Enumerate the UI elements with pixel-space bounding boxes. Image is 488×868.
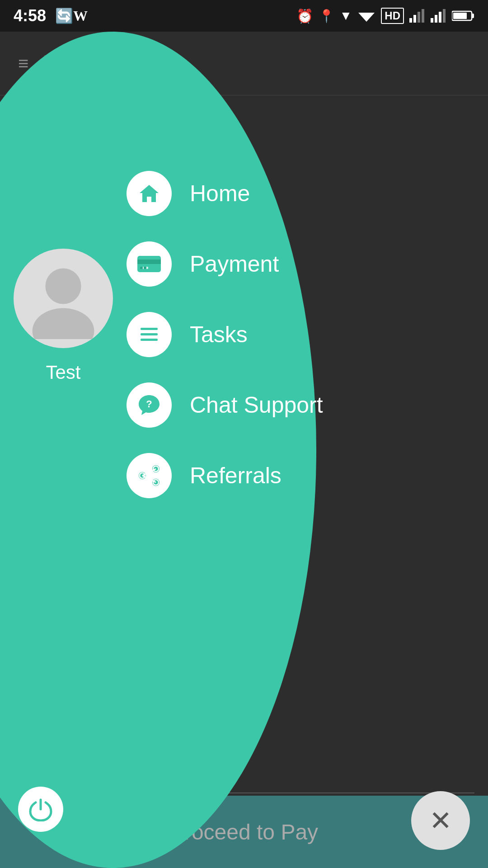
svg-point-12 [45, 268, 81, 304]
chat-question-icon: ? [137, 393, 161, 417]
avatar-silhouette [23, 258, 104, 339]
username-label: Test [46, 362, 80, 383]
svg-point-13 [33, 308, 94, 339]
svg-rect-18 [140, 267, 143, 269]
status-right-icons: ⏰ 📍 ▼ HD [296, 8, 474, 24]
svg-rect-6 [435, 15, 437, 23]
share-icon [137, 463, 161, 488]
sidebar-item-payment[interactable]: Payment [127, 229, 323, 299]
sidebar-item-referrals[interactable]: Referrals [127, 440, 323, 511]
close-button[interactable]: ✕ [411, 791, 470, 850]
user-profile-section: Test [14, 249, 113, 410]
signal-icon-2 [431, 9, 446, 23]
home-label: Home [190, 180, 250, 207]
svg-rect-22 [141, 339, 158, 341]
status-bar: 4:58 🔄 W ⏰ 📍 ▼ HD [0, 0, 488, 32]
status-time: 4:58 [14, 6, 46, 25]
referrals-icon-circle [127, 453, 172, 498]
svg-marker-14 [140, 185, 159, 202]
svg-rect-8 [443, 9, 446, 23]
sidebar-menu: Home Payment Tasks [127, 158, 323, 511]
credit-card-icon [136, 254, 162, 274]
svg-rect-20 [141, 328, 158, 330]
svg-rect-10 [472, 14, 474, 18]
home-icon [138, 182, 160, 205]
sidebar-item-home[interactable]: Home [127, 158, 323, 229]
sidebar-item-tasks[interactable]: Tasks [127, 299, 323, 370]
referrals-label: Referrals [190, 462, 282, 489]
signal-icon-1 [409, 9, 425, 23]
location-icon: 📍 [319, 9, 334, 24]
battery-icon [452, 9, 474, 22]
hd-badge: HD [381, 8, 404, 24]
power-button[interactable] [18, 787, 63, 832]
app-icon-2: W [73, 8, 88, 24]
home-icon-circle [127, 171, 172, 216]
tasks-label: Tasks [190, 321, 248, 348]
svg-rect-2 [413, 15, 416, 23]
svg-rect-19 [144, 267, 146, 269]
svg-rect-4 [422, 9, 424, 23]
tasks-icon [138, 323, 160, 346]
svg-rect-16 [137, 259, 161, 264]
app-icon-1: 🔄 [55, 7, 73, 24]
svg-rect-1 [409, 18, 412, 23]
tasks-icon-circle [127, 312, 172, 357]
svg-rect-7 [439, 12, 441, 23]
payment-icon-circle [127, 241, 172, 287]
chat-support-label: Chat Support [190, 392, 323, 418]
svg-rect-11 [453, 13, 467, 19]
power-icon [28, 797, 53, 821]
svg-rect-5 [431, 18, 433, 23]
chat-support-icon-circle: ? [127, 382, 172, 428]
svg-marker-0 [358, 13, 375, 22]
avatar [14, 249, 113, 348]
wifi-icon: ▼ [340, 9, 352, 23]
payment-label: Payment [190, 251, 279, 277]
svg-rect-3 [418, 12, 420, 23]
svg-rect-21 [141, 333, 158, 335]
alarm-icon: ⏰ [296, 8, 313, 24]
sidebar-item-chat-support[interactable]: ? Chat Support [127, 370, 323, 440]
close-icon: ✕ [429, 805, 452, 836]
svg-text:?: ? [146, 398, 152, 410]
wifi-signal-icon [357, 9, 375, 23]
